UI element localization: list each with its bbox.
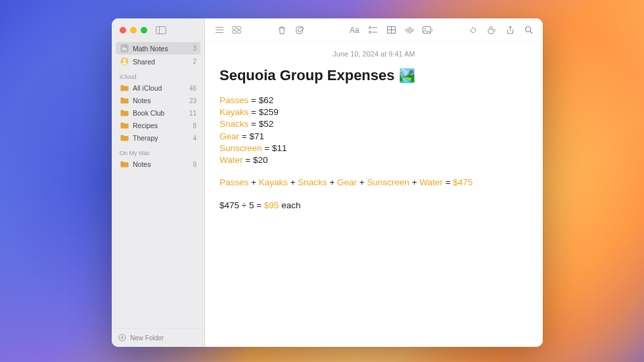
- link-icon: [469, 26, 478, 34]
- lock-icon: [487, 26, 496, 34]
- sidebar-toggle-icon[interactable]: [156, 26, 166, 34]
- table-icon: [387, 26, 396, 34]
- sidebar-section-header: iCloud: [116, 68, 200, 82]
- sidebar-item-count: 9: [193, 161, 196, 168]
- expense-line: Gear = $71: [219, 131, 528, 143]
- sidebar-item-count: 23: [189, 97, 196, 104]
- sidebar-item-label: Notes: [133, 160, 189, 168]
- expense-line: Sunscreen = $11: [219, 143, 528, 154]
- expense-line: Water = $20: [219, 154, 528, 166]
- link-button[interactable]: [465, 23, 481, 37]
- close-button[interactable]: [120, 27, 126, 34]
- new-folder-button[interactable]: New Folder: [112, 328, 204, 347]
- checklist-icon: [369, 26, 377, 34]
- minimize-button[interactable]: [130, 27, 137, 34]
- audio-button[interactable]: [402, 23, 417, 37]
- svg-rect-0: [156, 27, 166, 34]
- delete-button[interactable]: [274, 23, 290, 37]
- svg-point-30: [425, 28, 426, 30]
- sum-line: Passes + Kayaks + Snacks + Gear + Sunscr…: [219, 177, 528, 189]
- svg-point-19: [369, 32, 371, 34]
- variable-name: Snacks: [219, 119, 248, 129]
- folder-icon: [120, 85, 129, 91]
- format-icon: Aa: [350, 26, 359, 35]
- sidebar-item-math-notes[interactable]: fxMath Notes3: [116, 42, 200, 55]
- variable-name: Water: [219, 155, 243, 165]
- sidebar-item-count: 4: [193, 135, 196, 142]
- share-button[interactable]: [502, 23, 518, 37]
- search-icon: [524, 26, 533, 34]
- toolbar: Aa: [205, 18, 543, 42]
- sidebar-item-label: Shared: [133, 58, 189, 66]
- folder-icon: [120, 97, 129, 104]
- note-editor[interactable]: June 10, 2024 at 9:41 AM Sequoia Group E…: [205, 42, 543, 347]
- variable-name: Water: [419, 177, 443, 187]
- sidebar-item-all-icloud[interactable]: All iCloud46: [116, 82, 200, 94]
- expense-value: = $71: [239, 131, 264, 141]
- sidebar-item-book-club[interactable]: Book Club11: [116, 107, 200, 119]
- svg-rect-13: [237, 27, 241, 30]
- variable-name: Kayaks: [259, 177, 288, 187]
- share-icon: [507, 26, 514, 35]
- sidebar-item-count: 2: [193, 58, 196, 65]
- sidebar-section-header: On My Mac: [116, 145, 200, 158]
- media-button[interactable]: [420, 23, 436, 37]
- lock-button[interactable]: [484, 23, 499, 37]
- division-result: $95: [264, 200, 279, 210]
- plus-circle-icon: [118, 334, 126, 342]
- sidebar-item-label: Recipes: [133, 122, 189, 129]
- svg-rect-15: [237, 31, 241, 34]
- table-button[interactable]: [383, 23, 399, 37]
- sidebar-item-count: 8: [193, 122, 196, 129]
- sidebar-item-count: 11: [189, 110, 196, 117]
- photo-icon: [423, 26, 433, 34]
- expense-line: Passes = $62: [219, 95, 528, 106]
- trash-icon: [278, 26, 286, 35]
- sidebar: fxMath Notes3Shared2 iCloudAll iCloud46N…: [112, 18, 205, 347]
- variable-name: Gear: [337, 177, 357, 187]
- new-note-button[interactable]: [292, 23, 308, 37]
- variable-name: Passes: [219, 95, 248, 105]
- traffic-lights: [120, 27, 147, 34]
- expense-value: = $259: [248, 107, 278, 117]
- sidebar-item-shared[interactable]: Shared2: [116, 55, 200, 68]
- variable-name: Snacks: [298, 177, 327, 187]
- sidebar-item-therapy[interactable]: Therapy4: [116, 132, 200, 144]
- svg-rect-12: [233, 27, 237, 30]
- note-title-text: Sequoia Group Expenses: [219, 67, 395, 84]
- folder-icon: [120, 161, 129, 168]
- expense-value: = $20: [243, 155, 268, 165]
- sidebar-item-notes[interactable]: Notes9: [116, 158, 200, 170]
- variable-name: Sunscreen: [219, 143, 262, 153]
- division-line: $475 ÷ 5 = $95 each: [219, 200, 528, 212]
- sidebar-item-recipes[interactable]: Recipes8: [116, 120, 200, 131]
- math-icon: fx: [120, 44, 129, 53]
- note-title: Sequoia Group Expenses 🏞️: [219, 67, 528, 84]
- variable-name: Kayaks: [219, 107, 248, 117]
- sidebar-item-notes[interactable]: Notes23: [116, 95, 200, 106]
- sidebar-item-label: All iCloud: [133, 84, 185, 92]
- main-pane: Aa: [205, 18, 543, 347]
- maximize-button[interactable]: [141, 27, 147, 34]
- folder-icon: [120, 110, 129, 116]
- expense-value: = $11: [262, 143, 287, 153]
- titlebar-left: [112, 18, 204, 42]
- gallery-view-button[interactable]: [229, 23, 244, 37]
- shared-icon: [120, 57, 129, 66]
- search-button[interactable]: [520, 23, 536, 37]
- sidebar-item-label: Notes: [133, 97, 185, 104]
- new-folder-label: New Folder: [130, 334, 164, 342]
- expense-value: = $62: [248, 95, 273, 105]
- svg-text:fx: fx: [122, 46, 127, 52]
- format-button[interactable]: Aa: [346, 23, 362, 37]
- sidebar-item-label: Math Notes: [133, 45, 189, 53]
- checklist-button[interactable]: [365, 23, 380, 37]
- folder-icon: [120, 135, 129, 141]
- sidebar-item-label: Therapy: [133, 134, 189, 142]
- audio-icon: [405, 26, 414, 34]
- list-view-button[interactable]: [212, 23, 227, 37]
- sidebar-body: fxMath Notes3Shared2 iCloudAll iCloud46N…: [112, 42, 204, 328]
- sum-total: $475: [453, 177, 472, 187]
- svg-line-33: [530, 32, 532, 34]
- svg-rect-31: [488, 30, 494, 34]
